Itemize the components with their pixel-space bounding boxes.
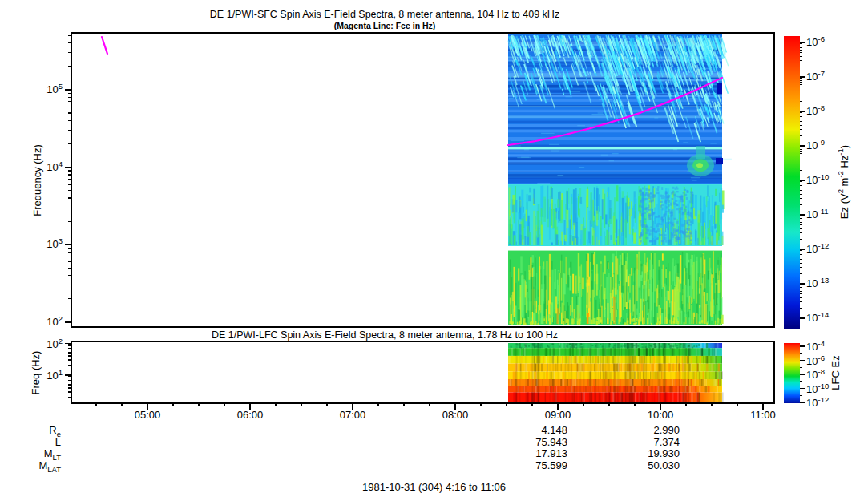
sfc-cbar-minor-tick <box>800 232 802 233</box>
lfc-y-minor-tick <box>68 350 72 350</box>
sfc-cbar-minor-tick <box>800 220 802 220</box>
sfc-cbar-minor-tick <box>800 216 802 216</box>
sfc-cbar-minor-tick <box>800 297 802 298</box>
sfc-cbar-minor-tick <box>800 67 802 67</box>
time-minor-tick <box>685 402 686 406</box>
sfc-cbar-minor-tick <box>800 204 802 205</box>
sfc-y-minor-tick <box>68 208 72 208</box>
lfc-colorbar <box>784 343 800 403</box>
sfc-cbar-minor-tick <box>800 149 802 150</box>
lfc-y-minor-tick <box>68 376 72 377</box>
sfc-subtitle: (Magenta Line: Fce in Hz) <box>0 21 769 30</box>
time-minor-tick <box>224 402 224 406</box>
sfc-cbar-minor-tick <box>800 80 802 81</box>
sfc-cbar-minor-tick <box>800 267 802 268</box>
lfc-cbar-tick-label: 10-12 <box>806 396 838 409</box>
sfc-cbar-minor-tick <box>800 147 802 147</box>
ephemeris-value: 75.943 <box>495 437 567 448</box>
sfc-title: DE 1/PWI-SFC Spin Axis E-Field Spectra, … <box>0 9 769 20</box>
ephemeris-value: 19.930 <box>608 448 680 459</box>
sfc-cbar-tick-label: 10-7 <box>806 70 838 83</box>
sfc-y-minor-tick <box>68 268 72 269</box>
sfc-y-major-tick <box>65 167 72 168</box>
lfc-cbar-minor-tick <box>800 367 802 368</box>
lfc-y-minor-tick <box>68 397 72 398</box>
lfc-y-minor-tick <box>68 378 72 378</box>
sfc-y-minor-tick <box>68 197 72 198</box>
time-tick-label: 08:00 <box>433 410 478 421</box>
sfc-spectrogram-canvas <box>72 34 773 326</box>
time-minor-tick <box>301 402 301 406</box>
time-tick-label: 07:00 <box>330 410 375 421</box>
sfc-y-minor-tick <box>68 261 72 262</box>
sfc-y-minor-tick <box>68 120 72 121</box>
sfc-cbar-minor-tick <box>800 151 802 152</box>
sfc-cbar-tick-label: 10-11 <box>806 208 838 220</box>
time-minor-tick <box>326 402 327 406</box>
sfc-cbar-minor-tick <box>800 190 802 191</box>
lfc-y-minor-tick <box>68 348 72 349</box>
sfc-cbar-minor-tick <box>800 115 802 115</box>
lfc-y-minor-tick <box>68 382 72 382</box>
lfc-y-minor-tick <box>68 384 72 385</box>
sfc-cbar-minor-tick <box>800 91 802 91</box>
sfc-y-tick-label: 104 <box>35 160 63 173</box>
sfc-y-minor-tick <box>68 52 72 53</box>
sfc-cbar-minor-tick <box>800 95 802 95</box>
sfc-cbar-minor-tick <box>800 301 802 302</box>
lfc-cbar-major-tick <box>800 345 805 347</box>
sfc-y-minor-tick <box>68 107 72 107</box>
sfc-cbar-minor-tick <box>800 101 802 102</box>
time-tick-label: 06:00 <box>228 410 273 421</box>
sfc-y-minor-tick <box>68 97 72 98</box>
time-minor-tick <box>634 402 635 406</box>
sfc-y-minor-tick <box>68 252 72 253</box>
lfc-cbar-minor-tick <box>800 353 802 354</box>
lfc-cbar-minor-tick <box>800 395 802 396</box>
lfc-y-tick-label: 102 <box>35 337 63 350</box>
sfc-cbar-minor-tick <box>800 254 802 255</box>
sfc-y-minor-tick <box>68 42 72 43</box>
lfc-cbar-tick-label: 10-10 <box>806 382 838 395</box>
sfc-cbar-tick-label: 10-10 <box>806 173 838 186</box>
lfc-cbar-major-tick <box>800 402 805 403</box>
sfc-cbar-minor-tick <box>800 153 802 154</box>
time-minor-tick <box>121 402 122 406</box>
lfc-cbar-major-tick <box>800 374 805 375</box>
sfc-cbar-minor-tick <box>800 119 802 119</box>
sfc-y-minor-tick <box>68 248 72 248</box>
lfc-panel <box>71 341 775 404</box>
sfc-cbar-minor-tick <box>800 87 802 87</box>
sfc-y-minor-tick <box>68 66 72 67</box>
sfc-cbar-minor-tick <box>800 170 802 171</box>
sfc-cbar-tick-label: 10-6 <box>806 35 838 48</box>
sfc-cbar-minor-tick <box>800 188 802 188</box>
sfc-y-major-tick <box>65 321 72 323</box>
sfc-cbar-minor-tick <box>800 218 802 219</box>
lfc-y-minor-tick <box>68 365 72 366</box>
sfc-colorbar <box>784 36 800 329</box>
sfc-cbar-minor-tick <box>800 287 802 288</box>
ephemeris-value: 17.913 <box>495 448 567 459</box>
sfc-cbar-minor-tick <box>800 47 802 48</box>
sfc-y-minor-tick <box>68 184 72 184</box>
time-tick-label: 10:00 <box>638 410 683 421</box>
sfc-y-minor-tick <box>68 174 72 175</box>
sfc-cbar-minor-tick <box>800 184 802 184</box>
plot-page: DE 1/PWI-SFC Spin Axis E-Field Spectra, … <box>0 0 868 497</box>
sfc-cbar-minor-tick <box>800 224 802 225</box>
sfc-colorbar-label: Ez (V2 m-2 Hz-1) <box>837 145 849 219</box>
sfc-y-tick-label: 105 <box>35 83 63 95</box>
sfc-y-minor-tick <box>68 179 72 180</box>
time-minor-tick <box>608 402 609 406</box>
time-minor-tick <box>506 402 507 406</box>
ephemeris-value: 75.599 <box>495 460 567 471</box>
lfc-y-minor-tick <box>68 345 72 346</box>
sfc-cbar-minor-tick <box>800 84 802 85</box>
sfc-cbar-minor-tick <box>800 291 802 292</box>
sfc-cbar-minor-tick <box>800 257 802 257</box>
sfc-y-major-tick <box>65 244 72 246</box>
sfc-cbar-minor-tick <box>800 250 802 251</box>
sfc-y-minor-tick <box>68 257 72 257</box>
sfc-y-minor-tick <box>68 298 72 299</box>
